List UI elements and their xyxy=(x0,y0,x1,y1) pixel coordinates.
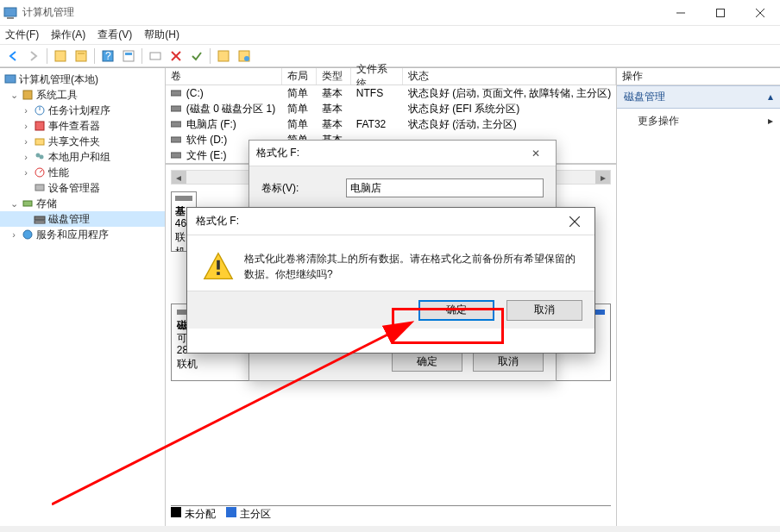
svg-rect-1 xyxy=(7,17,14,19)
nav-forward-button[interactable] xyxy=(24,47,43,66)
svg-rect-13 xyxy=(150,53,160,59)
svg-point-26 xyxy=(40,155,44,160)
volume-label-input[interactable] xyxy=(346,178,544,197)
nav-shared-folders[interactable]: ›共享文件夹 xyxy=(0,134,165,149)
svg-rect-24 xyxy=(35,139,44,145)
volume-row[interactable]: (C:)简单基本NTFS状态良好 (启动, 页面文件, 故障转储, 主分区) xyxy=(166,85,616,101)
col-volume[interactable]: 卷 xyxy=(166,68,282,84)
help-icon[interactable]: ? xyxy=(98,47,117,66)
svg-rect-35 xyxy=(171,106,181,111)
svg-rect-23 xyxy=(35,122,44,130)
svg-point-33 xyxy=(23,230,32,239)
col-status[interactable]: 状态 xyxy=(403,68,616,84)
svg-rect-3 xyxy=(717,9,725,16)
tool-icon-6[interactable] xyxy=(235,47,254,66)
menu-action[interactable]: 操作(A) xyxy=(51,28,85,42)
svg-rect-43 xyxy=(217,272,220,275)
format-cancel-button[interactable]: 取消 xyxy=(473,351,544,372)
scroll-left-button[interactable]: ◂ xyxy=(172,171,186,184)
svg-rect-6 xyxy=(55,51,66,61)
svg-rect-11 xyxy=(123,51,134,61)
nav-disk-management[interactable]: 磁盘管理 xyxy=(0,211,165,227)
nav-system-tools[interactable]: ⌄系统工具 xyxy=(0,87,165,103)
confirm-dialog-close-button[interactable] xyxy=(563,210,586,233)
tool-icon-1[interactable] xyxy=(51,47,70,66)
close-button[interactable] xyxy=(740,0,780,26)
format-dialog-close-button[interactable]: ✕ xyxy=(523,141,549,166)
svg-rect-0 xyxy=(4,8,16,16)
col-fs[interactable]: 文件系统 xyxy=(351,68,403,84)
svg-text:?: ? xyxy=(105,50,111,62)
menu-help[interactable]: 帮助(H) xyxy=(144,28,179,42)
nav-task-scheduler[interactable]: ›任务计划程序 xyxy=(0,103,165,118)
nav-root[interactable]: 计算机管理(本地) xyxy=(0,72,165,87)
svg-rect-16 xyxy=(218,51,229,61)
nav-local-users[interactable]: ›本地用户和组 xyxy=(0,149,165,165)
actions-header: 操作 xyxy=(617,68,780,85)
nav-tree[interactable]: 计算机管理(本地) ⌄系统工具 ›任务计划程序 ›事件查看器 ›共享文件夹 ›本… xyxy=(0,68,166,526)
col-type[interactable]: 类型 xyxy=(317,68,351,84)
confirm-cancel-button[interactable]: 取消 xyxy=(506,300,582,321)
menu-view[interactable]: 查看(V) xyxy=(98,28,132,42)
warning-icon xyxy=(203,251,234,282)
actions-category[interactable]: 磁盘管理▴ xyxy=(617,85,780,109)
svg-point-18 xyxy=(244,56,249,61)
svg-rect-36 xyxy=(171,122,181,127)
svg-rect-20 xyxy=(23,91,32,99)
legend-unallocated: 未分配 xyxy=(185,508,216,520)
svg-rect-38 xyxy=(171,153,181,158)
col-layout[interactable]: 布局 xyxy=(282,68,317,84)
volume-row[interactable]: 电脑店 (F:)简单基本FAT32状态良好 (活动, 主分区) xyxy=(166,116,616,132)
volume-list-header: 卷 布局 类型 文件系统 状态 xyxy=(166,68,616,85)
nav-storage[interactable]: ⌄存储 xyxy=(0,196,165,211)
nav-performance[interactable]: ›性能 xyxy=(0,165,165,180)
nav-event-viewer[interactable]: ›事件查看器 xyxy=(0,118,165,134)
scroll-right-button[interactable]: ▸ xyxy=(595,171,610,184)
tool-icon-5[interactable] xyxy=(214,47,233,66)
menu-file[interactable]: 文件(F) xyxy=(5,28,39,42)
svg-line-28 xyxy=(40,170,42,172)
window-title: 计算机管理 xyxy=(22,5,74,20)
actions-more[interactable]: 更多操作▸ xyxy=(617,109,780,134)
tool-icon-3[interactable] xyxy=(119,47,138,66)
legend-primary: 主分区 xyxy=(240,508,271,520)
confirm-dialog: 格式化 F: 格式化此卷将清除其上的所有数据。请在格式化之前备份所有希望保留的数… xyxy=(186,207,595,354)
volume-row[interactable]: (磁盘 0 磁盘分区 1)简单基本状态良好 (EFI 系统分区) xyxy=(166,101,616,116)
confirm-ok-button[interactable]: 确定 xyxy=(418,300,494,321)
actions-pane: 操作 磁盘管理▴ 更多操作▸ xyxy=(617,68,780,526)
svg-rect-12 xyxy=(125,53,132,55)
svg-rect-7 xyxy=(76,51,86,61)
svg-rect-31 xyxy=(35,216,45,220)
nav-back-button[interactable] xyxy=(3,47,22,66)
menu-bar: 文件(F) 操作(A) 查看(V) 帮助(H) xyxy=(0,26,780,45)
nav-services[interactable]: ›服务和应用程序 xyxy=(0,227,165,242)
check-icon[interactable] xyxy=(187,47,206,66)
svg-rect-42 xyxy=(217,260,220,270)
tool-icon-2[interactable] xyxy=(72,47,91,66)
svg-rect-19 xyxy=(5,75,16,83)
minimize-button[interactable] xyxy=(661,0,701,26)
title-bar: 计算机管理 xyxy=(0,0,780,26)
maximize-button[interactable] xyxy=(701,0,740,26)
svg-rect-32 xyxy=(35,221,45,223)
nav-device-manager[interactable]: 设备管理器 xyxy=(0,180,165,196)
format-dialog-title: 格式化 F: xyxy=(256,146,299,160)
svg-rect-30 xyxy=(23,201,32,206)
confirm-dialog-title: 格式化 F: xyxy=(196,214,239,228)
legend: 未分配 主分区 xyxy=(171,505,611,521)
format-ok-button[interactable]: 确定 xyxy=(392,351,462,372)
volume-label-label: 卷标(V): xyxy=(261,181,346,196)
svg-rect-37 xyxy=(171,137,181,142)
svg-rect-34 xyxy=(171,91,181,96)
svg-rect-29 xyxy=(35,185,44,191)
tool-icon-4[interactable] xyxy=(146,47,165,66)
confirm-message: 格式化此卷将清除其上的所有数据。请在格式化之前备份所有希望保留的数据。你想继续吗… xyxy=(244,251,579,282)
delete-icon[interactable] xyxy=(167,47,186,66)
app-icon xyxy=(3,6,17,20)
